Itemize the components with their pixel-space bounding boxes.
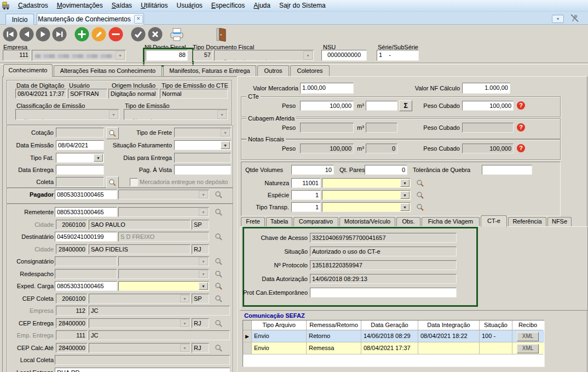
xml-recibo-button[interactable]: XML	[517, 332, 539, 341]
pagador-search-icon[interactable]	[214, 190, 223, 199]
prot-can-field[interactable]	[310, 288, 457, 297]
delete-record-button[interactable]	[108, 27, 123, 44]
cubagem-help-icon[interactable]: ?	[517, 123, 525, 131]
tipo-emissao-combo[interactable]: Normal▼	[124, 109, 228, 120]
add-record-button[interactable]	[74, 27, 89, 44]
dias-entrega-field[interactable]	[174, 153, 231, 163]
tipo-transp-search-icon[interactable]	[415, 202, 425, 212]
empresa-code-field[interactable]: 111	[3, 50, 31, 61]
cep-coleta-search-icon[interactable]	[214, 294, 223, 304]
remetente-name-combo[interactable]: ESCRITA▼	[118, 207, 209, 217]
redespacho-search-icon[interactable]	[214, 269, 223, 279]
tab-cte[interactable]: CT-e	[481, 215, 507, 227]
valor-nf-field[interactable]: 1.000,00	[462, 83, 510, 94]
tab-manifestos[interactable]: Manifestos, Faturas e Entrega	[163, 65, 256, 77]
chevron-down-icon[interactable]: ▼	[221, 141, 230, 149]
chevron-down-icon[interactable]: ▼	[400, 203, 410, 211]
xml-recibo-button[interactable]: XML	[517, 344, 539, 353]
menu-item[interactable]: Cadastros	[14, 1, 53, 10]
tab-obs[interactable]: Obs.	[396, 217, 420, 227]
tipo-transp-combo[interactable]: Carga Fracionada Cheia▼	[322, 202, 411, 212]
cte-peso-field[interactable]: 100,000	[300, 101, 354, 111]
cep-calc-search-icon[interactable]	[214, 343, 223, 353]
local-coleta-field[interactable]	[55, 355, 230, 365]
nsu-field[interactable]: 0000000000	[321, 50, 367, 61]
nav-next-button[interactable]	[36, 27, 50, 44]
tipo-doc-combo[interactable]: Conhecimento de transporte ▼	[214, 50, 314, 61]
chevron-down-icon[interactable]: ▼	[199, 282, 208, 290]
tab-conhecimento[interactable]: Conhecimento	[3, 64, 53, 77]
tab-inicio[interactable]: Início	[5, 14, 34, 25]
menu-item[interactable]: Ajuda	[249, 1, 275, 10]
natureza-combo[interactable]: Aco em bobinas▼	[322, 178, 411, 188]
cancel-button[interactable]	[148, 27, 163, 44]
menu-item[interactable]: Saídas	[107, 1, 136, 10]
local-entrega-field[interactable]: RUA DR.	[55, 368, 230, 372]
exped-carga-name-combo[interactable]: ESCRITA IND E SERV. DE SUP. P.▼	[118, 281, 209, 291]
especie-search-icon[interactable]	[415, 190, 425, 200]
tab-ficha-viagem[interactable]: Ficha de Viagem	[422, 217, 480, 227]
cep-entrega-search-icon[interactable]	[214, 318, 223, 328]
chevron-down-icon[interactable]: ▼	[400, 179, 410, 187]
menu-item[interactable]: Utilitários	[136, 1, 172, 10]
sefaz-table-row[interactable]: EnvioRemessa08/04/2021 17:37XML	[243, 342, 544, 354]
consignatario-search-icon[interactable]	[214, 256, 223, 266]
edit-record-button[interactable]	[91, 27, 106, 44]
tipo-transp-code-field[interactable]: 1	[291, 202, 321, 212]
cte-help-icon[interactable]: ?	[517, 101, 525, 110]
menu-item[interactable]: Movimentações	[53, 1, 107, 10]
close-tab-icon[interactable]: ✕	[134, 15, 143, 24]
cep-coleta-cep-field[interactable]: 2060100	[56, 294, 88, 304]
tab-list-chevron-button[interactable]: ▾	[552, 15, 564, 23]
col-data-geracao[interactable]: Data Geração	[361, 321, 418, 330]
serie-field[interactable]: 1 -	[377, 50, 419, 61]
exped-carga-code-field[interactable]: 08053031000465	[55, 281, 117, 291]
consignatario-code-field[interactable]	[55, 256, 117, 266]
tipo-frete-combo[interactable]: Pago▼	[174, 128, 231, 138]
classificacao-combo[interactable]: Normal▼	[15, 109, 119, 120]
sum-cubagem-button[interactable]: Σ	[399, 100, 412, 111]
tab-motorista-veiculo[interactable]: Motorista/Veículo	[339, 217, 395, 227]
cep-entrega-city-combo[interactable]: SAO FIDELIS▼	[89, 318, 191, 328]
chevron-down-icon[interactable]: ▼	[400, 191, 410, 199]
tab-comparativo[interactable]: Comparativo	[293, 217, 338, 227]
cep-coleta-city-combo[interactable]: SAO PAULO▼	[89, 294, 191, 304]
valor-mercadoria-field[interactable]: 1.000,00	[300, 83, 354, 94]
col-situacao[interactable]: Situação	[480, 321, 512, 330]
cotacao-field[interactable]	[56, 128, 104, 138]
destinatario-search-icon[interactable]	[214, 232, 223, 242]
cte-peso-cubado-field[interactable]: 100,000	[462, 101, 514, 111]
redespacho-name-combo[interactable]: ▼	[118, 269, 209, 279]
cep-entrega-cep-field[interactable]: 28400000	[56, 318, 88, 328]
nav-prev-button[interactable]	[19, 27, 34, 44]
qt-pares-field[interactable]: 0	[365, 165, 407, 175]
pagador-name-combo[interactable]: ESCRITA▼	[118, 190, 209, 199]
tab-alteracoes[interactable]: Alterações Feitas no Conhecimento	[54, 65, 162, 77]
data-emissao-field[interactable]: 08/04/2021	[56, 140, 104, 150]
exit-door-button[interactable]	[215, 27, 227, 44]
consignatario-name-combo[interactable]: ▼	[118, 256, 209, 266]
menu-item[interactable]: Sair do Sistema	[275, 1, 330, 10]
tolerancia-field[interactable]	[482, 165, 532, 175]
qtde-volumes-field[interactable]: 10	[291, 165, 334, 175]
cep-calc-cep-field[interactable]: 28400000	[56, 343, 88, 353]
destinatario-code-field[interactable]: 04590241000199	[55, 232, 117, 242]
pag-vista-field[interactable]	[174, 165, 231, 175]
remetente-search-icon[interactable]	[214, 207, 223, 217]
exped-carga-search-icon[interactable]	[214, 281, 223, 291]
chevron-down-icon[interactable]: ▼	[94, 154, 103, 162]
tab-manutencao-conhecimentos[interactable]: Manutenção de Conhecimentos ✕	[37, 13, 144, 25]
tab-coletores[interactable]: Coletores	[290, 65, 330, 77]
col-remessa-retorno[interactable]: Remessa/Retorno	[307, 321, 361, 330]
especie-code-field[interactable]: 1	[291, 190, 321, 200]
menu-item[interactable]: Usuários	[172, 1, 206, 10]
notas-help-icon[interactable]: ?	[517, 144, 525, 152]
menu-item[interactable]: Específicos	[207, 1, 249, 10]
coleta-search-button[interactable]	[106, 176, 119, 188]
tab-outros[interactable]: Outros	[257, 65, 289, 77]
print-button[interactable]	[169, 27, 185, 44]
coleta-field[interactable]	[56, 177, 104, 187]
mercadoria-checkbox[interactable]	[130, 178, 138, 186]
natureza-code-field[interactable]: 11001	[291, 178, 321, 188]
tab-frete[interactable]: Frete	[241, 217, 265, 227]
